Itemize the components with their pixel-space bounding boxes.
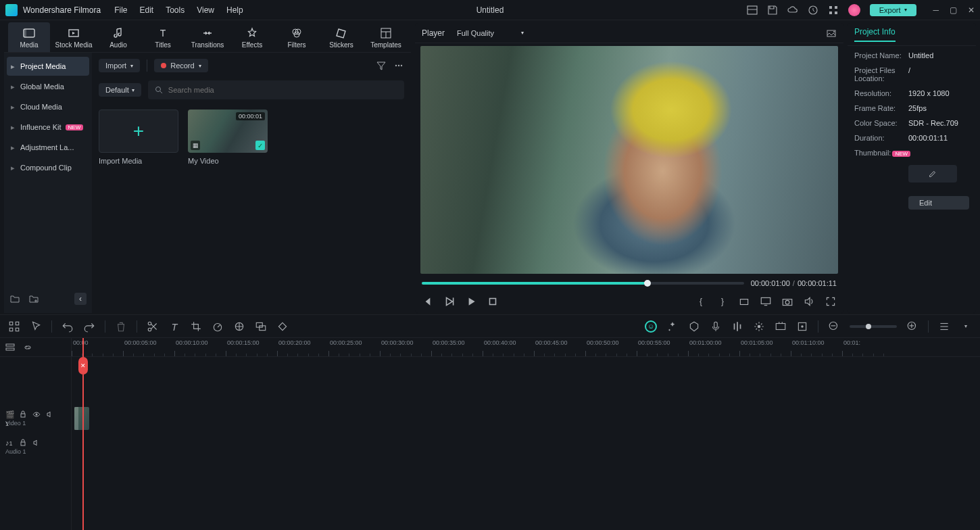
zoom-in-icon[interactable] bbox=[906, 320, 918, 333]
folder-add-icon[interactable] bbox=[28, 293, 39, 304]
volume-icon[interactable] bbox=[803, 295, 815, 308]
tree-compound-clip[interactable]: ▸Compound Clip bbox=[7, 158, 89, 177]
tab-titles[interactable]: TTitles bbox=[142, 22, 184, 52]
track-view-icon[interactable] bbox=[938, 320, 950, 333]
search-box[interactable] bbox=[148, 80, 404, 99]
redo-icon[interactable] bbox=[83, 320, 95, 333]
menu-view[interactable]: View bbox=[197, 5, 214, 15]
playhead[interactable] bbox=[82, 338, 84, 530]
visibility-icon[interactable] bbox=[32, 410, 41, 418]
menu-help[interactable]: Help bbox=[226, 5, 243, 15]
quality-dropdown[interactable]: Full Quality▾ bbox=[457, 29, 524, 37]
cursor-tool-icon[interactable] bbox=[30, 320, 42, 333]
marker-icon[interactable] bbox=[688, 320, 700, 333]
select-tool-icon[interactable] bbox=[8, 320, 20, 333]
record-dropdown[interactable]: Record▾ bbox=[154, 59, 207, 72]
history-icon[interactable] bbox=[808, 5, 818, 16]
scrubber[interactable] bbox=[422, 282, 744, 285]
zoom-out-icon[interactable] bbox=[828, 320, 840, 333]
video-track-icon[interactable]: 🎬1 bbox=[5, 410, 14, 418]
track-manage-icon[interactable] bbox=[5, 343, 15, 352]
edit-button[interactable]: Edit bbox=[908, 196, 969, 210]
mute-icon[interactable] bbox=[32, 439, 41, 447]
project-info-tab[interactable]: Project Info bbox=[854, 27, 896, 42]
timeline-tracks[interactable]: 00:0000:00:05:0000:00:10:0000:00:15:0000… bbox=[72, 338, 980, 530]
minimize-button[interactable]: ─ bbox=[933, 5, 939, 15]
video-track-lane[interactable] bbox=[72, 404, 980, 433]
menu-edit[interactable]: Edit bbox=[140, 5, 154, 15]
snapshot-icon[interactable] bbox=[826, 28, 837, 39]
close-button[interactable]: ✕ bbox=[968, 5, 975, 15]
adjust-icon[interactable] bbox=[796, 320, 808, 333]
play-button[interactable] bbox=[465, 295, 477, 308]
render-icon[interactable] bbox=[775, 320, 787, 333]
user-avatar[interactable] bbox=[848, 4, 860, 16]
group-icon[interactable] bbox=[255, 320, 267, 333]
cloud-icon[interactable] bbox=[787, 5, 798, 16]
layout-icon[interactable] bbox=[747, 5, 758, 16]
smart-icon[interactable]: ☺ bbox=[645, 320, 657, 333]
tree-project-media[interactable]: ▸Project Media bbox=[7, 57, 89, 76]
settings-dropdown-icon[interactable]: ▾ bbox=[960, 320, 972, 333]
tab-filters[interactable]: Filters bbox=[276, 22, 318, 52]
split-icon[interactable] bbox=[147, 320, 159, 333]
speed-icon[interactable] bbox=[212, 320, 224, 333]
audio-mix-icon[interactable] bbox=[731, 320, 743, 333]
tree-cloud-media[interactable]: ▸Cloud Media bbox=[7, 97, 89, 116]
tab-stickers[interactable]: Stickers bbox=[320, 22, 362, 52]
magic-icon[interactable] bbox=[666, 320, 679, 333]
tab-stock-media[interactable]: Stock Media bbox=[53, 22, 95, 52]
tab-media[interactable]: Media bbox=[8, 22, 50, 52]
filter-icon[interactable] bbox=[376, 60, 387, 71]
folder-icon[interactable] bbox=[9, 293, 20, 304]
zoom-slider[interactable] bbox=[850, 325, 897, 328]
fullscreen-icon[interactable] bbox=[825, 295, 837, 308]
sort-dropdown[interactable]: Default▾ bbox=[99, 83, 141, 97]
crop-icon[interactable] bbox=[190, 320, 202, 333]
collapse-sidebar-button[interactable]: ‹ bbox=[74, 293, 87, 305]
export-button[interactable]: Export▾ bbox=[870, 4, 917, 16]
audio-track-icon[interactable]: ♪1 bbox=[5, 439, 14, 447]
text-tool-icon[interactable]: T bbox=[168, 320, 180, 333]
voiceover-icon[interactable] bbox=[710, 320, 722, 333]
tree-global-media[interactable]: ▸Global Media bbox=[7, 77, 89, 96]
playhead-handle[interactable] bbox=[78, 357, 88, 375]
tree-influence-kit[interactable]: ▸Influence KitNEW bbox=[7, 118, 89, 137]
display-icon[interactable] bbox=[760, 295, 772, 308]
audio-track-lane[interactable] bbox=[72, 433, 980, 461]
play-pause-button[interactable] bbox=[443, 295, 456, 308]
tab-transitions[interactable]: Transitions bbox=[187, 22, 228, 52]
keyframe-icon[interactable] bbox=[276, 320, 289, 333]
maximize-button[interactable]: ▢ bbox=[950, 5, 957, 15]
tab-effects[interactable]: Effects bbox=[231, 22, 273, 52]
undo-icon[interactable] bbox=[62, 320, 74, 333]
scrubber-knob[interactable] bbox=[644, 280, 651, 287]
timeline-ruler[interactable]: 00:0000:00:05:0000:00:10:0000:00:15:0000… bbox=[72, 338, 980, 357]
clip-ratio-icon[interactable] bbox=[738, 295, 750, 308]
delete-icon[interactable] bbox=[115, 320, 127, 333]
more-icon[interactable] bbox=[393, 60, 404, 71]
tab-templates[interactable]: Templates bbox=[365, 22, 407, 52]
color-icon[interactable] bbox=[233, 320, 245, 333]
thumbnail-edit-button[interactable] bbox=[908, 165, 957, 183]
lock-icon[interactable] bbox=[19, 410, 27, 418]
tree-adjustment-layer[interactable]: ▸Adjustment La... bbox=[7, 138, 89, 157]
tab-audio[interactable]: Audio bbox=[97, 22, 139, 52]
import-media-card[interactable]: + Import Media bbox=[99, 110, 178, 165]
prev-frame-button[interactable] bbox=[422, 295, 434, 308]
auto-icon[interactable] bbox=[753, 320, 765, 333]
media-item[interactable]: 00:00:01 ▦ ✓ My Video bbox=[188, 110, 268, 165]
menu-file[interactable]: File bbox=[114, 5, 127, 15]
stop-button[interactable] bbox=[487, 295, 499, 308]
camera-icon[interactable] bbox=[781, 295, 793, 308]
menu-tools[interactable]: Tools bbox=[166, 5, 185, 15]
mark-out-button[interactable]: } bbox=[716, 295, 729, 308]
search-input[interactable] bbox=[168, 86, 397, 94]
import-dropdown[interactable]: Import▾ bbox=[99, 59, 140, 72]
mark-in-button[interactable]: { bbox=[695, 295, 707, 308]
video-viewport[interactable] bbox=[420, 46, 838, 274]
timeline-clip[interactable] bbox=[74, 407, 89, 430]
link-icon[interactable] bbox=[23, 343, 32, 352]
save-icon[interactable] bbox=[767, 5, 778, 16]
mute-icon[interactable] bbox=[46, 410, 54, 418]
